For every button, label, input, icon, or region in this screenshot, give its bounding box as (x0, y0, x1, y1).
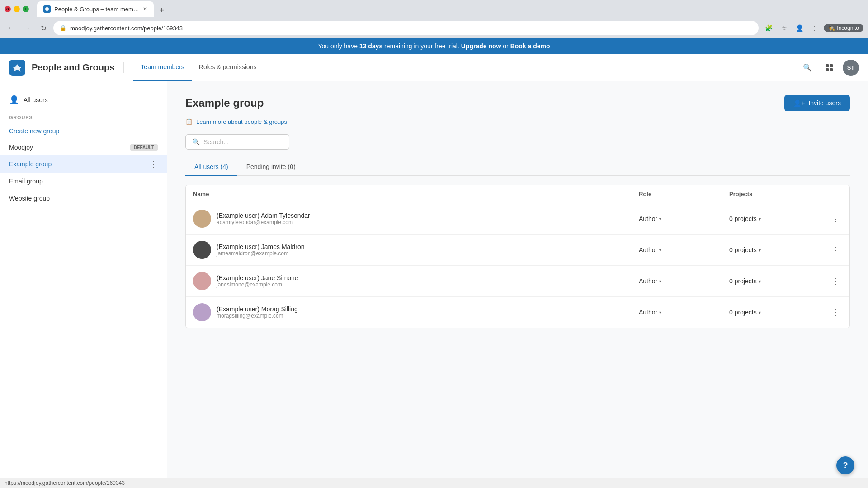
close-button[interactable]: ✕ (5, 6, 11, 12)
content-area: Example group 👤+ Invite users 📋 Learn mo… (167, 81, 868, 486)
lock-icon: 🔒 (60, 25, 66, 31)
user-info-adam: (Example user) Adam Tylesondar adamtyles… (193, 210, 639, 228)
tab-close-button[interactable]: ✕ (143, 6, 147, 12)
sidebar-group-email[interactable]: Email group ⋮ (0, 173, 167, 190)
profile-button[interactable]: 👤 (793, 22, 806, 34)
role-dropdown-morag[interactable]: Author▾ (639, 309, 729, 316)
chevron-down-icon: ▾ (759, 279, 761, 284)
maximize-button[interactable]: + (23, 6, 29, 12)
page-title: People and Groups (32, 62, 124, 73)
avatar-morag (193, 303, 211, 321)
avatar-james (193, 241, 211, 259)
projects-dropdown-jane[interactable]: 0 projects▾ (729, 277, 820, 285)
search-icon: 🔍 (192, 138, 200, 145)
user-info-james: (Example user) James Maldron jamesmaldro… (193, 241, 639, 259)
refresh-button[interactable]: ↻ (37, 22, 50, 34)
row-actions-button-morag[interactable]: ⋮ (829, 306, 842, 318)
sidebar-group-website[interactable]: Website group ⋮ (0, 190, 167, 207)
table-row: (Example user) Morag Silling moragsillin… (186, 297, 849, 328)
svg-point-0 (45, 7, 49, 11)
user-email-jane: janesimone@example.com (217, 282, 298, 288)
sidebar-item-all-users[interactable]: 👤 All users (0, 90, 167, 109)
grid-button[interactable] (821, 60, 837, 76)
tab-title: People & Groups – team mem… (54, 6, 139, 13)
col-projects: Projects (729, 191, 820, 197)
new-tab-button[interactable]: + (156, 4, 168, 17)
user-info-jane: (Example user) Jane Simone janesimone@ex… (193, 272, 639, 290)
user-email-adam: adamtylesondar@example.com (217, 219, 310, 225)
table-row: (Example user) Adam Tylesondar adamtyles… (186, 203, 849, 235)
minimize-button[interactable]: − (14, 6, 20, 12)
col-name: Name (193, 191, 639, 197)
avatar-adam (193, 210, 211, 228)
user-avatar[interactable]: ST (843, 60, 859, 76)
row-actions-button-jane[interactable]: ⋮ (829, 275, 842, 287)
status-bar: https://moodjoy.gathercontent.com/people… (0, 478, 868, 486)
chevron-down-icon: ▾ (759, 310, 761, 315)
sidebar-group-example[interactable]: Example group ⋮ (0, 155, 167, 173)
info-icon: 📋 (185, 118, 193, 125)
tab-favicon (43, 5, 51, 13)
user-name-james: (Example user) James Maldron (217, 243, 305, 250)
header-nav: Team members Roles & permissions (133, 54, 264, 81)
users-table: Name Role Projects (Example user) Adam T… (185, 185, 850, 328)
user-email-james: jamesmaldron@example.com (217, 250, 305, 257)
role-dropdown-jane[interactable]: Author▾ (639, 277, 729, 285)
create-group-link[interactable]: Create new group (0, 123, 167, 139)
tab-pending-invite[interactable]: Pending invite (0) (237, 159, 305, 176)
app-header: People and Groups Team members Roles & p… (0, 54, 868, 81)
app-logo[interactable] (9, 60, 25, 76)
user-name-adam: (Example user) Adam Tylesondar (217, 212, 310, 219)
col-role: Role (639, 191, 729, 197)
avatar-jane (193, 272, 211, 290)
projects-dropdown-james[interactable]: 0 projects▾ (729, 246, 820, 253)
book-demo-link[interactable]: Book a demo (510, 42, 550, 50)
chevron-down-icon: ▾ (759, 248, 761, 253)
settings-button[interactable]: ⋮ (808, 22, 821, 34)
user-info-morag: (Example user) Morag Silling moragsillin… (193, 303, 639, 321)
svg-rect-4 (830, 68, 833, 71)
group-actions-icon[interactable]: ⋮ (150, 160, 158, 168)
user-name-morag: (Example user) Morag Silling (217, 305, 298, 313)
row-actions-button-james[interactable]: ⋮ (829, 244, 842, 256)
incognito-icon: 🕵 (828, 25, 835, 31)
learn-more-link[interactable]: Learn more about people & groups (196, 118, 287, 125)
address-bar[interactable]: 🔒 moodjoy.gathercontent.com/people/16934… (53, 21, 759, 35)
extensions-button[interactable]: 🧩 (762, 22, 775, 34)
sidebar-group-moodjoy[interactable]: Moodjoy DEFAULT (0, 139, 167, 155)
role-dropdown-james[interactable]: Author▾ (639, 246, 729, 253)
nav-team-members[interactable]: Team members (133, 54, 191, 81)
svg-rect-3 (826, 68, 829, 71)
svg-rect-2 (830, 64, 833, 67)
role-dropdown-adam[interactable]: Author▾ (639, 215, 729, 222)
default-badge: DEFAULT (130, 144, 158, 151)
info-bar: 📋 Learn more about people & groups (185, 118, 850, 125)
tab-all-users[interactable]: All users (4) (185, 159, 237, 176)
upgrade-link[interactable]: Upgrade now (461, 42, 501, 50)
status-url: https://moodjoy.gathercontent.com/people… (5, 480, 125, 486)
chevron-down-icon: ▾ (759, 216, 761, 221)
groups-section-label: GROUPS (0, 109, 167, 123)
forward-button[interactable]: → (21, 22, 33, 34)
search-box: 🔍 (185, 134, 289, 150)
chevron-down-icon: ▾ (659, 310, 661, 315)
invite-users-button[interactable]: 👤+ Invite users (784, 95, 850, 111)
row-actions-button-adam[interactable]: ⋮ (829, 213, 842, 225)
help-button[interactable]: ? (836, 456, 854, 474)
projects-dropdown-adam[interactable]: 0 projects▾ (729, 215, 820, 222)
search-button[interactable]: 🔍 (799, 60, 816, 76)
nav-roles-permissions[interactable]: Roles & permissions (192, 54, 264, 81)
search-input[interactable] (203, 138, 283, 145)
incognito-badge: 🕵 Incognito (824, 24, 863, 32)
svg-rect-1 (826, 64, 829, 67)
user-name-jane: (Example user) Jane Simone (217, 274, 298, 282)
active-tab[interactable]: People & Groups – team mem… ✕ (37, 1, 154, 17)
projects-dropdown-morag[interactable]: 0 projects▾ (729, 309, 820, 316)
bookmark-button[interactable]: ☆ (778, 22, 790, 34)
table-row: (Example user) James Maldron jamesmaldro… (186, 235, 849, 266)
url-text: moodjoy.gathercontent.com/people/169343 (70, 25, 752, 32)
group-title: Example group (185, 97, 264, 109)
trial-days: 13 days (359, 42, 382, 50)
back-button[interactable]: ← (5, 22, 17, 34)
user-email-morag: moragsilling@example.com (217, 313, 298, 319)
